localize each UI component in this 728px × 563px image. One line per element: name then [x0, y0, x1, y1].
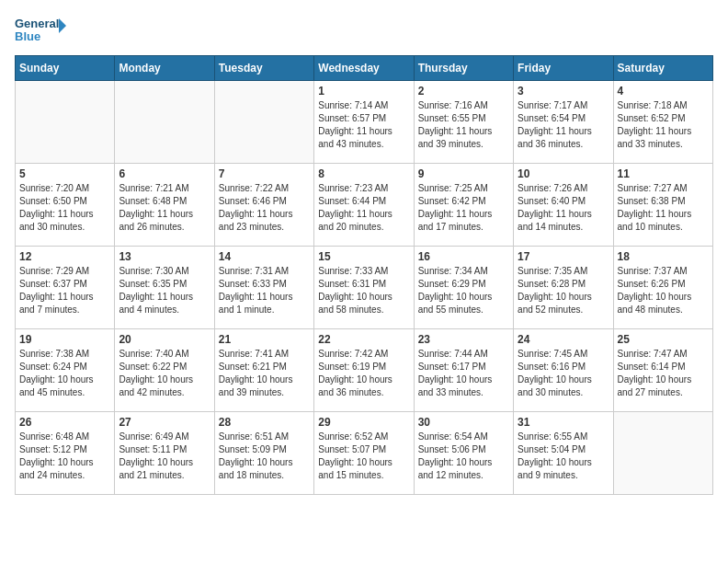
day-number: 25 — [618, 333, 709, 346]
logo-icon: GeneralBlue — [15, 15, 70, 44]
day-info: Sunrise: 7:45 AM Sunset: 6:16 PM Dayligh… — [518, 348, 609, 399]
page-header: GeneralBlue — [15, 15, 713, 44]
day-info: Sunrise: 7:25 AM Sunset: 6:42 PM Dayligh… — [418, 182, 509, 234]
day-info: Sunrise: 7:37 AM Sunset: 6:26 PM Dayligh… — [618, 265, 709, 316]
calendar-cell: 5Sunrise: 7:20 AM Sunset: 6:50 PM Daylig… — [16, 164, 115, 247]
day-number: 13 — [119, 250, 210, 263]
calendar-cell: 25Sunrise: 7:47 AM Sunset: 6:14 PM Dayli… — [613, 329, 712, 412]
day-number: 7 — [219, 167, 310, 180]
day-info: Sunrise: 7:21 AM Sunset: 6:48 PM Dayligh… — [119, 182, 210, 234]
calendar-table: SundayMondayTuesdayWednesdayThursdayFrid… — [15, 55, 713, 495]
day-info: Sunrise: 6:52 AM Sunset: 5:07 PM Dayligh… — [318, 431, 409, 482]
calendar-cell: 8Sunrise: 7:23 AM Sunset: 6:44 PM Daylig… — [314, 164, 414, 247]
day-number: 21 — [219, 333, 310, 346]
weekday-header-sunday: Sunday — [16, 56, 115, 81]
logo: GeneralBlue — [15, 15, 70, 44]
weekday-header-saturday: Saturday — [613, 56, 712, 81]
calendar-cell: 18Sunrise: 7:37 AM Sunset: 6:26 PM Dayli… — [613, 247, 712, 329]
day-info: Sunrise: 7:31 AM Sunset: 6:33 PM Dayligh… — [219, 265, 310, 316]
weekday-header-tuesday: Tuesday — [214, 56, 313, 81]
day-info: Sunrise: 7:22 AM Sunset: 6:46 PM Dayligh… — [219, 182, 310, 234]
day-info: Sunrise: 7:18 AM Sunset: 6:52 PM Dayligh… — [618, 99, 709, 151]
day-info: Sunrise: 7:38 AM Sunset: 6:24 PM Dayligh… — [19, 348, 110, 399]
day-number: 30 — [418, 416, 509, 429]
day-number: 17 — [518, 250, 609, 263]
calendar-cell: 1Sunrise: 7:14 AM Sunset: 6:57 PM Daylig… — [314, 81, 414, 164]
calendar-cell: 14Sunrise: 7:31 AM Sunset: 6:33 PM Dayli… — [214, 247, 313, 329]
week-row-3: 12Sunrise: 7:29 AM Sunset: 6:37 PM Dayli… — [16, 247, 713, 329]
day-number: 12 — [19, 250, 110, 263]
day-info: Sunrise: 7:47 AM Sunset: 6:14 PM Dayligh… — [618, 348, 709, 399]
day-info: Sunrise: 7:33 AM Sunset: 6:31 PM Dayligh… — [318, 265, 409, 316]
calendar-cell: 28Sunrise: 6:51 AM Sunset: 5:09 PM Dayli… — [214, 412, 313, 495]
calendar-cell: 12Sunrise: 7:29 AM Sunset: 6:37 PM Dayli… — [16, 247, 115, 329]
day-info: Sunrise: 7:14 AM Sunset: 6:57 PM Dayligh… — [318, 99, 409, 151]
calendar-cell: 30Sunrise: 6:54 AM Sunset: 5:06 PM Dayli… — [414, 412, 513, 495]
day-number: 23 — [418, 333, 509, 346]
day-number: 24 — [518, 333, 609, 346]
day-number: 6 — [119, 167, 210, 180]
weekday-header-wednesday: Wednesday — [314, 56, 414, 81]
calendar-cell: 21Sunrise: 7:41 AM Sunset: 6:21 PM Dayli… — [214, 329, 313, 412]
day-number: 26 — [19, 416, 110, 429]
calendar-cell: 27Sunrise: 6:49 AM Sunset: 5:11 PM Dayli… — [115, 412, 214, 495]
day-info: Sunrise: 6:49 AM Sunset: 5:11 PM Dayligh… — [119, 431, 210, 482]
calendar-cell — [613, 412, 712, 495]
day-number: 28 — [219, 416, 310, 429]
calendar-cell: 16Sunrise: 7:34 AM Sunset: 6:29 PM Dayli… — [414, 247, 513, 329]
day-info: Sunrise: 7:23 AM Sunset: 6:44 PM Dayligh… — [318, 182, 409, 234]
week-row-4: 19Sunrise: 7:38 AM Sunset: 6:24 PM Dayli… — [16, 329, 713, 412]
day-number: 10 — [518, 167, 609, 180]
calendar-cell: 11Sunrise: 7:27 AM Sunset: 6:38 PM Dayli… — [613, 164, 712, 247]
calendar-cell: 2Sunrise: 7:16 AM Sunset: 6:55 PM Daylig… — [414, 81, 513, 164]
day-number: 8 — [318, 167, 409, 180]
day-info: Sunrise: 7:40 AM Sunset: 6:22 PM Dayligh… — [119, 348, 210, 399]
calendar-cell: 23Sunrise: 7:44 AM Sunset: 6:17 PM Dayli… — [414, 329, 513, 412]
day-number: 19 — [19, 333, 110, 346]
week-row-5: 26Sunrise: 6:48 AM Sunset: 5:12 PM Dayli… — [16, 412, 713, 495]
calendar-cell: 26Sunrise: 6:48 AM Sunset: 5:12 PM Dayli… — [16, 412, 115, 495]
day-info: Sunrise: 7:44 AM Sunset: 6:17 PM Dayligh… — [418, 348, 509, 399]
calendar-cell: 22Sunrise: 7:42 AM Sunset: 6:19 PM Dayli… — [314, 329, 414, 412]
calendar-cell: 4Sunrise: 7:18 AM Sunset: 6:52 PM Daylig… — [613, 81, 712, 164]
day-info: Sunrise: 7:35 AM Sunset: 6:28 PM Dayligh… — [518, 265, 609, 316]
calendar-cell: 9Sunrise: 7:25 AM Sunset: 6:42 PM Daylig… — [414, 164, 513, 247]
day-info: Sunrise: 7:41 AM Sunset: 6:21 PM Dayligh… — [219, 348, 310, 399]
day-number: 5 — [19, 167, 110, 180]
day-number: 20 — [119, 333, 210, 346]
day-number: 1 — [318, 85, 409, 98]
svg-text:Blue: Blue — [15, 29, 40, 43]
day-info: Sunrise: 6:55 AM Sunset: 5:04 PM Dayligh… — [518, 431, 609, 482]
day-number: 9 — [418, 167, 509, 180]
calendar-cell: 3Sunrise: 7:17 AM Sunset: 6:54 PM Daylig… — [514, 81, 613, 164]
calendar-cell: 6Sunrise: 7:21 AM Sunset: 6:48 PM Daylig… — [115, 164, 214, 247]
calendar-cell: 19Sunrise: 7:38 AM Sunset: 6:24 PM Dayli… — [16, 329, 115, 412]
day-number: 22 — [318, 333, 409, 346]
day-info: Sunrise: 7:16 AM Sunset: 6:55 PM Dayligh… — [418, 99, 509, 151]
weekday-header-friday: Friday — [514, 56, 613, 81]
day-number: 16 — [418, 250, 509, 263]
day-info: Sunrise: 7:26 AM Sunset: 6:40 PM Dayligh… — [518, 182, 609, 234]
weekday-header-thursday: Thursday — [414, 56, 513, 81]
day-number: 29 — [318, 416, 409, 429]
day-info: Sunrise: 7:29 AM Sunset: 6:37 PM Dayligh… — [19, 265, 110, 316]
day-number: 2 — [418, 85, 509, 98]
day-number: 3 — [518, 85, 609, 98]
week-row-2: 5Sunrise: 7:20 AM Sunset: 6:50 PM Daylig… — [16, 164, 713, 247]
calendar-cell: 10Sunrise: 7:26 AM Sunset: 6:40 PM Dayli… — [514, 164, 613, 247]
calendar-cell: 29Sunrise: 6:52 AM Sunset: 5:07 PM Dayli… — [314, 412, 414, 495]
calendar-cell — [115, 81, 214, 164]
day-info: Sunrise: 7:42 AM Sunset: 6:19 PM Dayligh… — [318, 348, 409, 399]
day-info: Sunrise: 7:20 AM Sunset: 6:50 PM Dayligh… — [19, 182, 110, 234]
day-info: Sunrise: 7:17 AM Sunset: 6:54 PM Dayligh… — [518, 99, 609, 151]
week-row-1: 1Sunrise: 7:14 AM Sunset: 6:57 PM Daylig… — [16, 81, 713, 164]
svg-marker-2 — [59, 18, 66, 33]
day-info: Sunrise: 6:51 AM Sunset: 5:09 PM Dayligh… — [219, 431, 310, 482]
day-number: 18 — [618, 250, 709, 263]
day-number: 4 — [618, 85, 709, 98]
calendar-cell: 24Sunrise: 7:45 AM Sunset: 6:16 PM Dayli… — [514, 329, 613, 412]
svg-text:General: General — [15, 17, 59, 30]
weekday-header-monday: Monday — [115, 56, 214, 81]
weekday-header-row: SundayMondayTuesdayWednesdayThursdayFrid… — [16, 56, 713, 81]
day-info: Sunrise: 7:30 AM Sunset: 6:35 PM Dayligh… — [119, 265, 210, 316]
